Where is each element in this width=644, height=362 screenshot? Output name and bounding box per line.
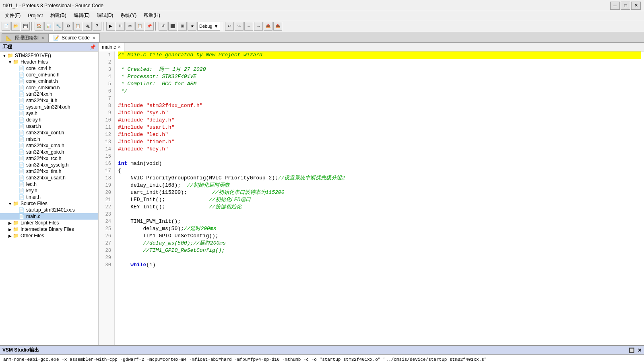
line-numbers: 1234567891011121314151617181920212223242… [99, 51, 115, 345]
menu-build[interactable]: 构建(B) [47, 11, 70, 20]
tree-file-stm32f4xx_dma-h[interactable]: 📄 stm32f4xx_dma.h [0, 142, 98, 149]
toolbar-paste[interactable]: 📌 [145, 22, 154, 31]
tree-file-usart-h[interactable]: 📄 usart.h [0, 123, 98, 130]
float-icon[interactable]: 🔲 [629, 348, 635, 353]
chevron-down-icon: ▼ [214, 24, 218, 29]
line-num-17: 17 [102, 167, 111, 175]
file-icon: 📄 [19, 194, 25, 200]
file-icon: 📄 [19, 66, 25, 71]
tree-file-stm32f4xx_gpio-h[interactable]: 📄 stm32f4xx_gpio.h [0, 149, 98, 155]
toolbar-btn1[interactable]: 🏠 [35, 22, 43, 31]
tree-file-stm32f4xx-h[interactable]: 📄 stm32f4xx.h [0, 91, 98, 97]
tree-file-key-h[interactable]: 📄 key.h [0, 187, 98, 194]
menu-edit[interactable]: 编辑(E) [70, 11, 93, 20]
toolbar-play[interactable]: ▶ [106, 22, 115, 31]
menu-project[interactable]: Project [25, 12, 46, 19]
debug-dropdown[interactable]: Debug ▼ [197, 22, 220, 31]
tree-other-files[interactable]: ▶ 📁 Other Files [0, 232, 98, 239]
menu-help[interactable]: 帮助(H) [140, 11, 163, 20]
code-tab-close[interactable]: ✕ [118, 45, 121, 49]
tree-file-stm32f4xx_syscfg-h[interactable]: 📄 stm32f4xx_syscfg.h [0, 162, 98, 168]
folder-icon-other: 📁 [13, 233, 19, 239]
tree-file-stm32f4xx_usart-h[interactable]: 📄 stm32f4xx_usart.h [0, 175, 98, 181]
code-line-27: //delay_ms(500);//延时200ms [118, 240, 641, 247]
tree-file-core_cmInstr-h[interactable]: 📄 core_cmInstr.h [0, 78, 98, 84]
tree-file-misc-h[interactable]: 📄 misc.h [0, 136, 98, 142]
toolbar-btn7[interactable]: ? [93, 22, 101, 31]
tree-file-delay-h[interactable]: 📄 delay.h [0, 117, 98, 123]
code-line-1: /* Main.c file generated by New Project … [118, 51, 641, 59]
tree-root[interactable]: ▼ 📁 STM32F401VE() [0, 52, 98, 59]
toolbar-refresh[interactable]: ↺ [159, 22, 167, 31]
toolbar-star[interactable]: ★ [188, 22, 196, 31]
sidebar: 工程 📌 ▼ 📁 STM32F401VE() ▼ 📁 Header Files … [0, 43, 99, 345]
toolbar-btn4[interactable]: ⚙ [64, 22, 72, 31]
toolbar-extra2[interactable]: 📥 [273, 22, 282, 31]
toolbar-grid[interactable]: ⊞ [178, 22, 187, 31]
toolbar-save[interactable]: 💾 [21, 22, 30, 31]
close-panel-icon[interactable]: ✕ [638, 348, 642, 353]
line-num-28: 28 [102, 247, 111, 254]
tree-file-led-h[interactable]: 📄 led.h [0, 181, 98, 187]
line-num-4: 4 [102, 73, 111, 80]
menu-system[interactable]: 系统(Y) [117, 11, 140, 20]
tree-file-stm32f4xx_it-h[interactable]: 📄 stm32f4xx_it.h [0, 97, 98, 104]
tab-source-close[interactable]: ✕ [92, 36, 95, 40]
tree-header-files[interactable]: ▼ 📁 Header Files [0, 59, 98, 65]
tab-schematic-close[interactable]: ✕ [41, 36, 44, 40]
tree-linker-files[interactable]: ▶ 📁 Linker Script Files [0, 220, 98, 226]
sidebar-tree[interactable]: ▼ 📁 STM32F401VE() ▼ 📁 Header Files 📄 cor… [0, 51, 98, 345]
toolbar-btn6[interactable]: 🔌 [83, 22, 92, 31]
toolbar-stop[interactable]: ⬛ [168, 22, 177, 31]
sidebar-pin-icon[interactable]: 📌 [90, 44, 96, 50]
file-icon: 📄 [19, 130, 25, 136]
restore-button[interactable]: □ [621, 2, 630, 10]
code-line-10: #include "delay.h" [118, 117, 641, 124]
file-icon: 📄 [19, 85, 25, 90]
tree-file-system_stm32f4xx-h[interactable]: 📄 system_stm32f4xx.h [0, 104, 98, 110]
tree-file-stm32f4xx_tim-h[interactable]: 📄 stm32f4xx_tim.h [0, 168, 98, 175]
tree-file-core_cm4-h[interactable]: 📄 core_cm4.h [0, 65, 98, 72]
toolbar-undo[interactable]: ↩ [225, 22, 234, 31]
toolbar-fwd[interactable]: → [254, 22, 263, 31]
window-controls: ─ □ ✕ [610, 2, 641, 10]
menu-bar: 文件(F) Project 构建(B) 编辑(E) 调试(D) 系统(Y) 帮助… [0, 11, 644, 20]
toolbar-pause[interactable]: ⏸ [116, 22, 125, 31]
toolbar-new[interactable]: 📄 [2, 22, 10, 31]
code-line-17: { [118, 167, 641, 175]
toolbar-cut[interactable]: ✂ [126, 22, 134, 31]
tree-file-sys-h[interactable]: 📄 sys.h [0, 110, 98, 117]
toolbar-btn5[interactable]: 📋 [73, 22, 82, 31]
toolbar-redo[interactable]: ↪ [235, 22, 244, 31]
toolbar-open[interactable]: 📂 [11, 22, 20, 31]
tree-source-files[interactable]: ▼ 📁 Source Files [0, 200, 98, 207]
code-tab-main[interactable]: main.c ✕ [99, 43, 124, 51]
tree-main-c[interactable]: 📄 main.c [0, 213, 98, 220]
minimize-button[interactable]: ─ [610, 2, 620, 10]
tree-file-label: stm32f4xx_tim.h [26, 169, 61, 174]
tree-startup-file[interactable]: 📄 startup_stm32f401xx.s [0, 207, 98, 213]
tree-file-core_cmFunc-h[interactable]: 📄 core_cmFunc.h [0, 72, 98, 78]
toolbar-extra1[interactable]: 📤 [264, 22, 272, 31]
tree-header-label: Header Files [21, 59, 48, 65]
code-line-5: * Compiler: GCC for ARM [118, 80, 641, 88]
tree-file-timer-h[interactable]: 📄 timer.h [0, 194, 98, 200]
menu-debug[interactable]: 调试(D) [94, 11, 117, 20]
close-button[interactable]: ✕ [631, 2, 641, 10]
toolbar-back[interactable]: ← [244, 22, 253, 31]
tree-file-stm32f4xx_rcc-h[interactable]: 📄 stm32f4xx_rcc.h [0, 155, 98, 162]
tab-source-code[interactable]: 📝 Source Code ✕ [49, 33, 100, 42]
tree-file-core_cmSimd-h[interactable]: 📄 core_cmSimd.h [0, 84, 98, 91]
line-num-7: 7 [102, 95, 111, 102]
bottom-output[interactable]: arm-none-eabi-gcc.exe -x assembler-with-… [0, 355, 644, 362]
code-line-2 [118, 59, 641, 66]
menu-file[interactable]: 文件(F) [2, 11, 24, 20]
toolbar-copy[interactable]: 📋 [135, 22, 144, 31]
tab-schematic[interactable]: 📐 原理图绘制 ✕ [2, 33, 49, 42]
toolbar-btn2[interactable]: 📊 [44, 22, 53, 31]
tree-binary-files[interactable]: ▶ 📁 Intermediate Binary Files [0, 226, 98, 232]
tree-file-stm32f4xx_conf-h[interactable]: 📄 stm32f4xx_conf.h [0, 130, 98, 136]
sep2 [103, 22, 105, 31]
code-content[interactable]: 1234567891011121314151617181920212223242… [99, 51, 644, 345]
toolbar-btn3[interactable]: 🔧 [54, 22, 63, 31]
